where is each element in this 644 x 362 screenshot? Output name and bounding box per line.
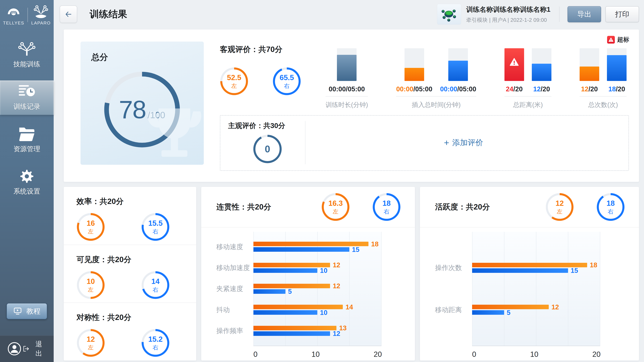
metric-bar — [337, 48, 356, 81]
axis-tick: 20 — [592, 350, 600, 359]
user-icon — [8, 342, 22, 356]
warning-icon — [607, 36, 615, 43]
bar-left-value: 12 — [552, 304, 559, 310]
progress-ring: 16.3左 — [321, 193, 350, 221]
bar-chart: 操作次数1815移动距离12501020 — [435, 232, 639, 359]
bar-left-value: 12 — [333, 262, 340, 268]
objective-section: 客观评价：共70分 52.5左65.5右 — [220, 44, 320, 109]
progress-ring: 0 — [253, 134, 282, 164]
metric-group: 00:00/05:0000:00/05:00插入总时间(分钟) — [396, 48, 476, 109]
sidebar-item-system-settings[interactable]: 系统设置 — [0, 165, 54, 200]
content: 超标 总分 78/100 客观评价：共70分 52.5左65.5右 — [54, 28, 644, 362]
add-review-button[interactable]: + 添加评价 — [306, 121, 622, 164]
bar-left-value: 12 — [333, 283, 340, 289]
session-name: 训练名称训练名称训练名称1 — [466, 5, 550, 14]
add-review-label: 添加评价 — [452, 137, 483, 148]
bar-left — [472, 305, 549, 309]
bar-right-value: 5 — [507, 309, 510, 316]
metric-value: 00:00/05:00 — [396, 85, 432, 93]
metric-value: 00:00/05:00 — [329, 85, 365, 93]
objective-title: 客观评价：共70分 — [220, 44, 320, 55]
print-button[interactable]: 打印 — [606, 6, 639, 22]
chart-row: 移动加速度1210 — [216, 262, 415, 274]
back-button[interactable] — [60, 5, 77, 23]
bar-left — [254, 242, 368, 246]
tellyes-logo-icon — [6, 5, 21, 19]
metric-bar — [580, 48, 599, 81]
bar-right-value: 15 — [571, 267, 578, 274]
laparo-logo-icon — [33, 5, 49, 19]
chart-x-axis: 01020 — [472, 350, 600, 359]
sidebar-item-label: 训练记录 — [14, 102, 40, 111]
chart-category-label: 操作频率 — [216, 326, 254, 335]
axis-tick: 10 — [530, 350, 538, 359]
bar-left — [472, 263, 587, 267]
instruments-icon — [18, 42, 36, 56]
bar-left-value: 14 — [346, 304, 353, 310]
progress-ring: 12左 — [546, 193, 574, 221]
bar-right — [254, 331, 330, 336]
records-icon — [18, 84, 36, 99]
brand-name-right: LAPARO — [31, 20, 51, 26]
score-section-title: 效率：共20分 — [76, 196, 196, 207]
brand-name-left: TELLYES — [3, 20, 24, 26]
axis-tick: 20 — [374, 350, 382, 359]
chart-category-label: 夹紧速度 — [216, 284, 254, 293]
module-image — [439, 5, 459, 23]
metric-value: 12/20 — [533, 85, 550, 93]
tellyes-logo: TELLYES — [3, 5, 24, 26]
over-limit-badge: 超标 — [607, 35, 629, 44]
chart-row: 移动速度1815 — [216, 241, 415, 253]
sidebar: TELLYES LAPARO 技能训练训练记录资源管理系统设置 教程 退出 — [0, 0, 54, 362]
score-summary-card: 效率：共20分16左15.5右可见度：共20分10左14右对称性：共20分12左… — [64, 187, 196, 361]
tutorial-video-icon — [13, 307, 23, 316]
app-root: TELLYES LAPARO 技能训练训练记录资源管理系统设置 教程 退出 — [0, 0, 644, 362]
bar-left — [254, 284, 330, 288]
sidebar-item-label: 系统设置 — [14, 187, 40, 196]
bar-right-value: 12 — [333, 330, 340, 337]
logout-label: 退出 — [32, 340, 45, 358]
total-score-title: 总分 — [91, 52, 204, 63]
bar-right — [254, 268, 317, 273]
score-section: 可见度：共20分10左14右 — [64, 245, 196, 303]
logout-button[interactable]: 退出 — [22, 339, 46, 358]
sidebar-item-resource-management[interactable]: 资源管理 — [0, 123, 54, 157]
avatar[interactable] — [8, 342, 22, 356]
bar-chart: 移动速度1815移动加速度1210夹紧速度125抖动1410操作频率131201… — [216, 232, 415, 359]
sidebar-item-skill-training[interactable]: 技能训练 — [0, 38, 54, 72]
gear-icon — [18, 169, 36, 184]
bar-right — [472, 310, 504, 315]
laparo-logo: LAPARO — [31, 5, 51, 26]
page-title: 训练结果 — [90, 8, 127, 21]
plus-icon: + — [444, 137, 449, 148]
score-section-title: 可见度：共20分 — [76, 254, 196, 265]
metric-name: 训练时长(分钟) — [326, 100, 368, 109]
chart-row: 抖动1410 — [216, 304, 415, 316]
metric-value: 18/20 — [608, 85, 625, 93]
score-section-title: 对称性：共20分 — [76, 312, 196, 323]
tutorial-button[interactable]: 教程 — [6, 303, 47, 320]
main-area: 训练结果 训练名称训练名称训练名称1 牵引模块 | 用户A | 2022-1-2… — [54, 0, 644, 362]
score-section: 对称性：共20分12左15.2右 — [64, 303, 196, 360]
metric-value: 00:00/05:00 — [440, 85, 476, 93]
total-score-panel: 总分 78/100 — [80, 41, 204, 165]
bar-right — [472, 268, 568, 273]
progress-ring: 12左 — [76, 329, 105, 357]
chart-row: 移动距离125 — [435, 304, 639, 316]
bar-right-value: 15 — [352, 246, 360, 253]
bar-right — [254, 289, 286, 294]
progress-ring: 65.5右 — [272, 67, 301, 95]
chart-category-label: 移动加速度 — [216, 263, 254, 272]
bar-left — [254, 326, 336, 330]
metric-bar — [448, 48, 468, 81]
brand: TELLYES LAPARO — [0, 0, 54, 26]
chart-category-label: 移动距离 — [435, 305, 472, 314]
chart-title: 连贯性：共20分 — [216, 202, 321, 212]
metric-name: 插入总时间(分钟) — [396, 100, 476, 109]
chart-x-axis: 01020 — [254, 350, 382, 359]
metric-group: 12/2018/20总次数(次) — [580, 48, 626, 109]
export-button[interactable]: 导出 — [568, 6, 601, 22]
bar-left — [254, 305, 343, 309]
sidebar-item-training-records[interactable]: 训练记录 — [0, 80, 54, 115]
chart-title: 活跃度：共20分 — [435, 202, 546, 212]
